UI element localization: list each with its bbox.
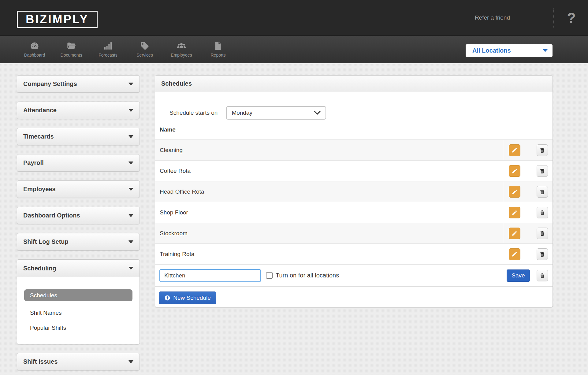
panel-header: Schedules [155, 76, 553, 92]
trash-icon [539, 273, 545, 279]
sidebar-item-payroll[interactable]: Payroll [17, 154, 140, 172]
submenu-item-popular-shifts[interactable]: Popular Shifts [24, 325, 132, 331]
chevron-down-icon [314, 111, 321, 115]
table-row: Coffee Rota [155, 160, 553, 181]
topbar-divider [553, 8, 554, 28]
location-selector[interactable]: All Locations [466, 44, 553, 57]
schedule-starts-on-label: Schedule starts on [169, 110, 218, 116]
row-actions [503, 202, 553, 223]
row-actions [503, 181, 553, 202]
bars-icon [102, 41, 114, 51]
nav-item-services[interactable]: Services [126, 36, 163, 63]
sidebar-item-label: Employees [23, 186, 56, 193]
schedule-name-input[interactable] [159, 269, 261, 282]
delete-button[interactable] [537, 186, 548, 198]
pencil-icon [512, 210, 518, 216]
schedules-table: Cleaning Coffee Rota [155, 139, 553, 286]
schedule-name: Head Office Rota [155, 181, 503, 202]
settings-sidebar: Company Settings Attendance Timecards Pa… [17, 75, 140, 375]
sidebar-item-shift-log-setup[interactable]: Shift Log Setup [17, 233, 140, 251]
sidebar-item-label: Payroll [23, 159, 44, 166]
delete-button[interactable] [537, 270, 548, 281]
panel-footer: New Schedule [155, 286, 553, 304]
table-row: Cleaning [155, 139, 553, 160]
sidebar-item-attendance[interactable]: Attendance [17, 102, 140, 119]
name-column-header: Name [155, 126, 553, 134]
delete-button[interactable] [537, 228, 548, 239]
nav-items: Dashboard Documents Forecasts Services E… [16, 36, 236, 63]
sidebar-item-shift-issues[interactable]: Shift Issues [17, 353, 140, 370]
help-icon[interactable]: ? [563, 0, 580, 35]
sidebar-item-label: Dashboard Options [23, 212, 80, 219]
chevron-down-icon [128, 360, 133, 363]
sidebar-item-label: Shift Issues [23, 358, 58, 365]
chevron-down-icon [543, 49, 548, 52]
nav-item-documents[interactable]: Documents [53, 36, 90, 63]
sidebar-item-employees[interactable]: Employees [17, 180, 140, 198]
sidebar-item-label: Scheduling [23, 265, 56, 272]
submenu-item-schedules-active[interactable]: Schedules [24, 289, 132, 301]
trash-icon [539, 147, 545, 153]
edit-button[interactable] [509, 207, 520, 218]
chevron-down-icon [128, 214, 133, 217]
sidebar-item-label: Attendance [23, 107, 57, 114]
row-actions [503, 161, 553, 181]
delete-button[interactable] [537, 165, 548, 177]
chevron-down-icon [128, 83, 133, 86]
sidebar-item-timecards[interactable]: Timecards [17, 128, 140, 145]
delete-button[interactable] [537, 248, 548, 260]
chevron-down-icon [128, 162, 133, 165]
chevron-down-icon [128, 135, 133, 138]
file-icon [213, 41, 224, 51]
trash-icon [539, 210, 545, 216]
trash-icon [539, 168, 545, 174]
save-button[interactable]: Save [507, 269, 530, 282]
sidebar-item-company-settings[interactable]: Company Settings [17, 75, 140, 93]
nav-item-dashboard[interactable]: Dashboard [16, 36, 53, 63]
new-schedule-button[interactable]: New Schedule [159, 291, 216, 304]
edit-button[interactable] [509, 228, 520, 239]
row-actions [503, 140, 553, 160]
schedule-name: Training Rota [155, 244, 503, 264]
nav-label: Reports [210, 53, 225, 58]
page-title: Schedules [161, 80, 192, 87]
chevron-down-icon [128, 188, 133, 191]
pencil-icon [512, 189, 518, 195]
table-row: Training Rota [155, 243, 553, 264]
table-row: Shop Floor [155, 202, 553, 223]
delete-button[interactable] [537, 207, 548, 218]
nav-item-employees[interactable]: Employees [163, 36, 200, 63]
schedule-name: Cleaning [155, 140, 503, 160]
edit-button[interactable] [509, 248, 520, 260]
bizimply-logo[interactable]: BIZIMPLY [17, 11, 98, 28]
select-value: Monday [232, 110, 252, 116]
refer-a-friend-link[interactable]: Refer a friend [475, 0, 510, 35]
sidebar-item-label: Timecards [23, 133, 54, 140]
people-icon [176, 41, 187, 51]
nav-label: Dashboard [24, 53, 45, 58]
schedule-name: Stockroom [155, 223, 503, 243]
sidebar-item-label: Company Settings [23, 80, 77, 87]
all-locations-checkbox[interactable] [266, 272, 273, 279]
sidebar-item-dashboard-options[interactable]: Dashboard Options [17, 207, 140, 224]
edit-button[interactable] [509, 186, 520, 198]
sidebar-item-scheduling[interactable]: Scheduling [17, 260, 140, 277]
plus-circle-icon [164, 295, 170, 301]
nav-item-reports[interactable]: Reports [200, 36, 236, 63]
nav-item-forecasts[interactable]: Forecasts [90, 36, 126, 63]
location-selector-value: All Locations [472, 47, 511, 54]
delete-button[interactable] [537, 144, 548, 156]
schedule-starts-on-select[interactable]: Monday [226, 106, 326, 120]
row-actions [503, 244, 553, 264]
trash-icon [539, 230, 545, 236]
schedule-starts-on-row: Schedule starts on Monday [155, 106, 553, 120]
page-content: Company Settings Attendance Timecards Pa… [0, 64, 588, 375]
submenu-item-shift-names[interactable]: Shift Names [24, 310, 132, 316]
folder-icon [66, 41, 77, 51]
new-row-actions: Save [507, 269, 553, 282]
new-schedule-button-label: New Schedule [173, 295, 211, 301]
edit-button[interactable] [509, 144, 520, 156]
trash-icon [539, 251, 545, 257]
edit-button[interactable] [509, 165, 520, 177]
pencil-icon [512, 251, 518, 257]
